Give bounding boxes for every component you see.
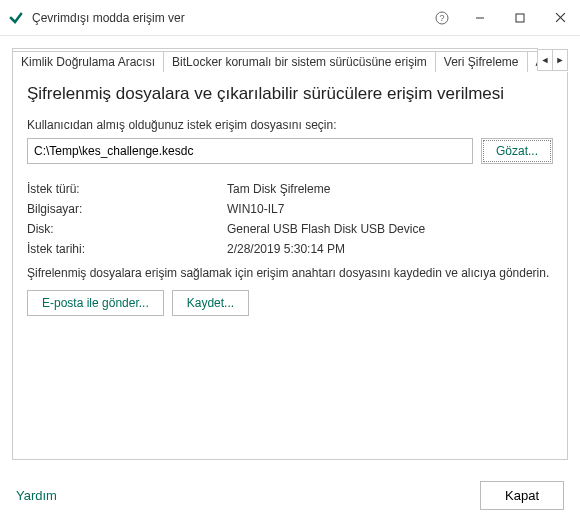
save-button[interactable]: Kaydet... (172, 290, 249, 316)
browse-button[interactable]: Gözat... (481, 138, 553, 164)
help-icon[interactable]: ? (424, 0, 460, 36)
svg-text:?: ? (439, 13, 444, 23)
kv-key: Bilgisayar: (27, 202, 227, 216)
window-title: Çevrimdışı modda erişim ver (32, 11, 424, 25)
content-frame: Kimlik Doğrulama Aracısı BitLocker korum… (12, 48, 568, 460)
file-path-input[interactable] (27, 138, 473, 164)
tab-auth-agent[interactable]: Kimlik Doğrulama Aracısı (12, 51, 164, 72)
action-row: E-posta ile gönder... Kaydet... (27, 290, 553, 316)
close-window-button[interactable] (540, 0, 580, 36)
kv-request-type: İstek türü: Tam Disk Şifreleme (27, 182, 553, 196)
kv-value: Tam Disk Şifreleme (227, 182, 553, 196)
file-row: Gözat... (27, 138, 553, 164)
kv-request-date: İstek tarihi: 2/28/2019 5:30:14 PM (27, 242, 553, 256)
tab-bitlocker[interactable]: BitLocker korumalı bir sistem sürücüsüne… (163, 51, 436, 72)
minimize-button[interactable] (460, 0, 500, 36)
help-link[interactable]: Yardım (16, 488, 57, 503)
kv-value: 2/28/2019 5:30:14 PM (227, 242, 553, 256)
tabs-row: Kimlik Doğrulama Aracısı BitLocker korum… (12, 48, 568, 72)
tab-scroll-left-icon[interactable]: ◄ (537, 49, 553, 71)
file-select-label: Kullanıcıdan almış olduğunuz istek erişi… (27, 118, 553, 132)
close-button[interactable]: Kapat (480, 481, 564, 510)
instruction-text: Şifrelenmiş dosyalara erişim sağlamak iç… (27, 266, 553, 280)
kv-key: İstek türü: (27, 182, 227, 196)
panel-heading: Şifrelenmiş dosyalara ve çıkarılabilir s… (27, 84, 553, 104)
send-email-button[interactable]: E-posta ile gönder... (27, 290, 164, 316)
footer: Yardım Kapat (0, 466, 580, 524)
titlebar: Çevrimdışı modda erişim ver ? (0, 0, 580, 36)
kv-computer: Bilgisayar: WIN10-IL7 (27, 202, 553, 216)
tab-data-encryption[interactable]: Veri Şifreleme (435, 51, 528, 72)
svg-rect-3 (516, 14, 524, 22)
kv-key: İstek tarihi: (27, 242, 227, 256)
tab-body: Şifrelenmiş dosyalara ve çıkarılabilir s… (13, 72, 567, 459)
window-controls (460, 0, 580, 36)
kv-value: General USB Flash Disk USB Device (227, 222, 553, 236)
kv-key: Disk: (27, 222, 227, 236)
kv-value: WIN10-IL7 (227, 202, 553, 216)
maximize-button[interactable] (500, 0, 540, 36)
tab-scroll-right-icon[interactable]: ► (552, 49, 568, 71)
app-logo-icon (8, 10, 24, 26)
kv-disk: Disk: General USB Flash Disk USB Device (27, 222, 553, 236)
tab-scroll: ◄ ► (538, 48, 568, 70)
